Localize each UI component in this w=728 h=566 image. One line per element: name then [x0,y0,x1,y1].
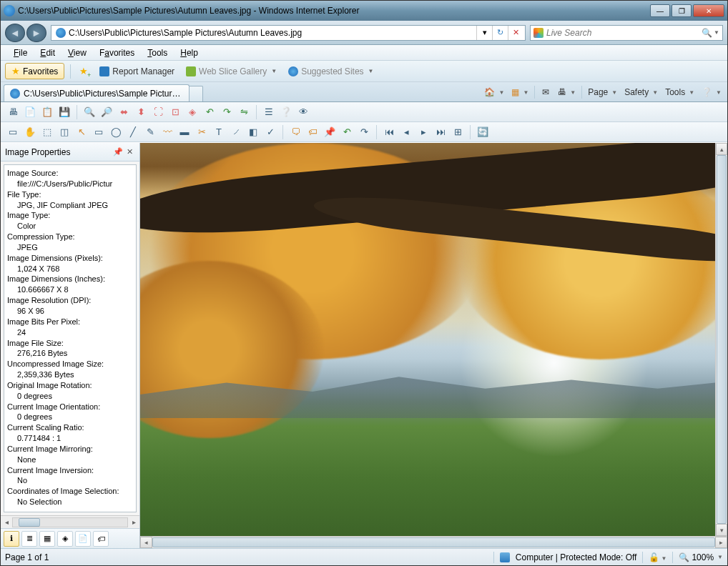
undo-icon[interactable]: ↶ [339,124,355,140]
marquee-icon[interactable]: ◫ [56,124,72,140]
zoom-in-icon[interactable]: 🔍 [82,104,97,120]
safety-menu[interactable]: Safety▼ [621,84,661,100]
selection-icon[interactable]: ⬚ [39,124,55,140]
property-value: JPEG [7,242,133,253]
redo-icon[interactable]: ↷ [356,124,372,140]
refresh-image-icon[interactable]: 🔄 [475,124,491,140]
vertical-scrollbar[interactable]: ▴▾ [715,143,727,536]
ruler-icon[interactable]: ⟋ [228,124,244,140]
property-label: Current Image Mirroring: [7,444,133,455]
hand-icon[interactable]: ✋ [22,124,38,140]
panel-hscrollbar[interactable]: ◂▸ [1,515,139,528]
forward-button[interactable]: ► [26,24,46,42]
search-input[interactable] [546,28,702,38]
search-box[interactable]: 🔍 ▼ [530,25,723,41]
line-tool-icon[interactable]: ╱ [125,124,141,140]
tab-info[interactable]: ℹ [4,531,19,547]
page-goto-icon[interactable]: ⊞ [450,124,466,140]
property-value: Color [7,221,133,232]
tab-text[interactable]: 📄 [75,531,91,547]
address-bar[interactable]: ▾ ↻ ✕ [51,25,526,41]
rotate-left-icon[interactable]: ↶ [202,104,217,120]
about-icon[interactable]: 👁 [295,104,311,120]
help-icon[interactable]: ❔ [278,104,294,120]
web-slice-link[interactable]: Web Slice Gallery ▼ [183,65,280,78]
favorites-button[interactable]: ★ Favorites [5,63,64,79]
crop-icon[interactable]: ✂ [194,124,210,140]
highlighter-icon[interactable]: ▬ [177,124,192,140]
page-menu[interactable]: Page▼ [585,84,620,100]
text-tool-icon[interactable]: T [211,124,227,140]
save-icon[interactable]: 💾 [56,104,72,120]
ellipse-tool-icon[interactable]: ◯ [108,124,124,140]
tab-3d[interactable]: ◈ [57,531,73,547]
flip-icon[interactable]: ⇋ [236,104,252,120]
minimize-button[interactable]: — [650,4,670,17]
tools-menu[interactable]: Tools▼ [662,84,697,100]
address-input[interactable] [69,28,476,38]
eyedropper-icon[interactable]: ✓ [262,124,278,140]
page-first-icon[interactable]: ⏮ [381,124,397,140]
menu-help[interactable]: Help [174,46,204,59]
home-button[interactable]: 🏠▼ [481,84,507,100]
close-button[interactable]: ✕ [693,4,724,17]
stamp-icon[interactable]: 🏷 [305,124,320,140]
sticky-icon[interactable]: 📌 [322,124,338,140]
full-screen-icon[interactable]: ◈ [185,104,200,120]
menu-tools[interactable]: Tools [142,46,173,59]
property-value: No [7,475,133,486]
zoom-control[interactable]: 🔍100%▼ [679,552,723,562]
page-next-icon[interactable]: ▸ [415,124,431,140]
pencil-icon[interactable]: ✎ [142,124,158,140]
tab-layers[interactable]: ≣ [21,531,37,547]
back-button[interactable]: ◄ [5,24,25,42]
menu-favorites[interactable]: Favorites [94,46,140,59]
menu-view[interactable]: View [62,46,92,59]
property-value: 276,216 Bytes [7,348,133,359]
zoom-out-icon[interactable]: 🔎 [99,104,114,120]
copy-icon[interactable]: 📄 [22,104,38,120]
feeds-button[interactable]: ▦▼ [508,84,531,100]
fit-height-icon[interactable]: ⬍ [133,104,149,120]
search-dropdown[interactable]: ▼ [714,29,719,36]
suggested-sites-link[interactable]: Suggested Sites ▼ [285,65,376,78]
new-tab-button[interactable] [189,86,203,101]
print-icon[interactable]: 🖶 [5,104,21,120]
stop-button[interactable]: ✕ [508,26,523,40]
page-status: Page 1 of 1 [5,552,49,562]
search-button[interactable]: 🔍 [702,28,712,38]
rectangle-tool-icon[interactable]: ▭ [91,124,107,140]
pin-icon[interactable]: 📌 [112,147,124,158]
page-last-icon[interactable]: ⏭ [433,124,448,140]
select-rect-icon[interactable]: ▭ [5,124,21,140]
note-icon[interactable]: 🗨 [287,124,303,140]
rotate-right-icon[interactable]: ↷ [219,104,235,120]
fit-width-icon[interactable]: ⬌ [116,104,132,120]
address-dropdown[interactable]: ▾ [476,26,492,40]
read-mail-button[interactable]: ✉ [538,84,554,100]
horizontal-scrollbar[interactable]: ◂▸ [140,536,727,548]
browser-tab[interactable]: C:\Users\Public\Pictures\Sample Pictures… [4,84,190,101]
tab-thumbs[interactable]: ▦ [39,531,55,547]
properties-icon[interactable]: ☰ [261,104,277,120]
add-favorite-button[interactable]: ★+ [77,64,91,78]
maximize-button[interactable]: ❐ [672,4,692,17]
print-button[interactable]: 🖶▼ [555,84,579,100]
fit-window-icon[interactable]: ⛶ [150,104,166,120]
panel-title: Image Properties [5,147,70,157]
help-button[interactable]: ❔▼ [699,84,724,100]
report-manager-link[interactable]: Report Manager [97,65,177,78]
arrow-tool-icon[interactable]: ↖ [74,124,89,140]
polyline-icon[interactable]: 〰 [159,124,175,140]
actual-size-icon[interactable]: ⊡ [167,104,183,120]
menu-edit[interactable]: Edit [34,46,61,59]
page-prev-icon[interactable]: ◂ [398,124,414,140]
close-panel-icon[interactable]: ✕ [124,147,135,158]
paste-icon[interactable]: 📋 [39,104,55,120]
protected-mode-icon[interactable]: 🔓▼ [649,552,666,562]
image-canvas[interactable] [140,143,715,536]
refresh-button[interactable]: ↻ [492,26,508,40]
menu-file[interactable]: File [8,46,33,59]
eraser-icon[interactable]: ◧ [245,124,261,140]
tab-annotations[interactable]: 🏷 [93,531,109,547]
